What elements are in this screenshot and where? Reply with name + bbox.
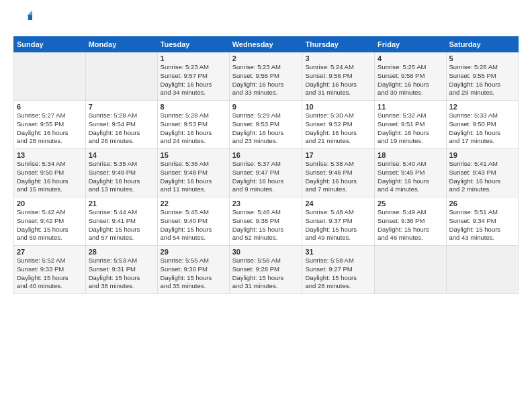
calendar-day-cell: 9Sunrise: 5:29 AM Sunset: 9:53 PM Daylig… [229,101,302,149]
day-number: 31 [305,248,371,256]
calendar-day-cell [375,246,446,294]
day-number: 30 [232,248,300,256]
day-number: 4 [378,54,443,62]
day-number: 8 [161,103,226,111]
day-number: 28 [89,248,154,256]
day-number: 18 [378,151,443,159]
day-number: 6 [17,103,83,111]
day-info: Sunrise: 5:29 AM Sunset: 9:53 PM Dayligh… [232,111,300,146]
calendar-day-cell [446,246,518,294]
calendar-day-cell: 7Sunrise: 5:28 AM Sunset: 9:54 PM Daylig… [85,101,157,149]
calendar-day-cell: 4Sunrise: 5:25 AM Sunset: 9:56 PM Daylig… [375,52,446,101]
day-number: 26 [449,199,515,208]
calendar-week-row: 20Sunrise: 5:42 AM Sunset: 9:42 PM Dayli… [14,197,519,246]
day-info: Sunrise: 5:36 AM Sunset: 9:48 PM Dayligh… [161,160,226,194]
calendar-header-day: Sunday [14,37,86,52]
day-info: Sunrise: 5:40 AM Sunset: 9:45 PM Dayligh… [378,160,443,194]
calendar-day-cell [14,52,86,101]
calendar-day-cell: 22Sunrise: 5:45 AM Sunset: 9:40 PM Dayli… [157,197,229,246]
day-info: Sunrise: 5:53 AM Sunset: 9:31 PM Dayligh… [89,257,154,291]
day-number: 27 [17,248,83,256]
calendar-day-cell: 5Sunrise: 5:26 AM Sunset: 9:55 PM Daylig… [446,52,518,101]
day-number: 15 [161,151,226,159]
day-number: 1 [161,54,226,62]
day-number: 19 [449,151,515,159]
day-number: 22 [161,199,226,208]
calendar-day-cell: 2Sunrise: 5:23 AM Sunset: 9:56 PM Daylig… [229,52,302,101]
day-info: Sunrise: 5:24 AM Sunset: 9:56 PM Dayligh… [305,63,371,97]
calendar-day-cell: 11Sunrise: 5:32 AM Sunset: 9:51 PM Dayli… [375,101,446,149]
day-number: 3 [305,54,371,62]
day-info: Sunrise: 5:49 AM Sunset: 9:36 PM Dayligh… [378,208,443,242]
calendar-day-cell: 8Sunrise: 5:28 AM Sunset: 9:53 PM Daylig… [157,101,229,149]
day-number: 14 [89,151,154,159]
calendar-day-cell [85,52,157,101]
calendar-day-cell: 3Sunrise: 5:24 AM Sunset: 9:56 PM Daylig… [302,52,375,101]
day-info: Sunrise: 5:32 AM Sunset: 9:51 PM Dayligh… [378,111,443,146]
calendar-header-day: Monday [85,37,157,52]
day-number: 16 [232,151,300,159]
day-number: 7 [89,103,154,111]
day-number: 9 [232,103,300,111]
day-number: 11 [378,103,443,111]
day-info: Sunrise: 5:23 AM Sunset: 9:57 PM Dayligh… [161,63,226,97]
day-info: Sunrise: 5:46 AM Sunset: 9:38 PM Dayligh… [232,208,300,242]
calendar-week-row: 27Sunrise: 5:52 AM Sunset: 9:33 PM Dayli… [14,246,519,294]
main-container: SundayMondayTuesdayWednesdayThursdayFrid… [0,0,532,411]
calendar-header-day: Friday [375,37,446,52]
day-info: Sunrise: 5:48 AM Sunset: 9:37 PM Dayligh… [305,208,371,242]
day-info: Sunrise: 5:28 AM Sunset: 9:54 PM Dayligh… [89,111,154,146]
day-info: Sunrise: 5:37 AM Sunset: 9:47 PM Dayligh… [232,160,300,194]
day-info: Sunrise: 5:27 AM Sunset: 9:55 PM Dayligh… [17,111,83,146]
calendar-day-cell: 10Sunrise: 5:30 AM Sunset: 9:52 PM Dayli… [302,101,375,149]
calendar-day-cell: 17Sunrise: 5:38 AM Sunset: 9:46 PM Dayli… [302,149,375,197]
day-info: Sunrise: 5:55 AM Sunset: 9:30 PM Dayligh… [161,257,226,291]
calendar-day-cell: 25Sunrise: 5:49 AM Sunset: 9:36 PM Dayli… [375,197,446,246]
day-number: 12 [449,103,515,111]
day-info: Sunrise: 5:23 AM Sunset: 9:56 PM Dayligh… [232,63,300,97]
day-info: Sunrise: 5:30 AM Sunset: 9:52 PM Dayligh… [305,111,371,146]
day-info: Sunrise: 5:58 AM Sunset: 9:27 PM Dayligh… [305,257,371,291]
logo-icon [13,11,32,30]
calendar-day-cell: 28Sunrise: 5:53 AM Sunset: 9:31 PM Dayli… [85,246,157,294]
calendar-header-row: SundayMondayTuesdayWednesdayThursdayFrid… [14,37,519,52]
day-info: Sunrise: 5:45 AM Sunset: 9:40 PM Dayligh… [161,208,226,242]
calendar-day-cell: 26Sunrise: 5:51 AM Sunset: 9:34 PM Dayli… [446,197,518,246]
day-info: Sunrise: 5:28 AM Sunset: 9:53 PM Dayligh… [161,111,226,146]
calendar-day-cell: 27Sunrise: 5:52 AM Sunset: 9:33 PM Dayli… [14,246,86,294]
calendar-day-cell: 30Sunrise: 5:56 AM Sunset: 9:28 PM Dayli… [229,246,302,294]
calendar-day-cell: 19Sunrise: 5:41 AM Sunset: 9:43 PM Dayli… [446,149,518,197]
day-info: Sunrise: 5:44 AM Sunset: 9:41 PM Dayligh… [89,208,154,242]
day-info: Sunrise: 5:33 AM Sunset: 9:50 PM Dayligh… [449,111,515,146]
header [13,11,519,30]
calendar-day-cell: 21Sunrise: 5:44 AM Sunset: 9:41 PM Dayli… [85,197,157,246]
day-number: 2 [232,54,300,62]
day-number: 10 [305,103,371,111]
calendar-day-cell: 24Sunrise: 5:48 AM Sunset: 9:37 PM Dayli… [302,197,375,246]
day-info: Sunrise: 5:38 AM Sunset: 9:46 PM Dayligh… [305,160,371,194]
day-number: 21 [89,199,154,208]
day-info: Sunrise: 5:56 AM Sunset: 9:28 PM Dayligh… [232,257,300,291]
calendar-day-cell: 16Sunrise: 5:37 AM Sunset: 9:47 PM Dayli… [229,149,302,197]
calendar-table: SundayMondayTuesdayWednesdayThursdayFrid… [13,36,519,294]
calendar-day-cell: 1Sunrise: 5:23 AM Sunset: 9:57 PM Daylig… [157,52,229,101]
day-number: 23 [232,199,300,208]
day-info: Sunrise: 5:51 AM Sunset: 9:34 PM Dayligh… [449,208,515,242]
calendar-day-cell: 6Sunrise: 5:27 AM Sunset: 9:55 PM Daylig… [14,101,86,149]
calendar-day-cell: 31Sunrise: 5:58 AM Sunset: 9:27 PM Dayli… [302,246,375,294]
calendar-header-day: Saturday [446,37,518,52]
day-info: Sunrise: 5:34 AM Sunset: 9:50 PM Dayligh… [17,160,83,194]
day-info: Sunrise: 5:35 AM Sunset: 9:49 PM Dayligh… [89,160,154,194]
calendar-day-cell: 18Sunrise: 5:40 AM Sunset: 9:45 PM Dayli… [375,149,446,197]
logo [13,11,35,30]
calendar-day-cell: 29Sunrise: 5:55 AM Sunset: 9:30 PM Dayli… [157,246,229,294]
calendar-header-day: Tuesday [157,37,229,52]
calendar-day-cell: 13Sunrise: 5:34 AM Sunset: 9:50 PM Dayli… [14,149,86,197]
day-info: Sunrise: 5:42 AM Sunset: 9:42 PM Dayligh… [17,208,83,242]
calendar-header-day: Thursday [302,37,375,52]
day-number: 5 [449,54,515,62]
day-info: Sunrise: 5:52 AM Sunset: 9:33 PM Dayligh… [17,257,83,291]
day-number: 25 [378,199,443,208]
calendar-header-day: Wednesday [229,37,302,52]
day-number: 29 [161,248,226,256]
